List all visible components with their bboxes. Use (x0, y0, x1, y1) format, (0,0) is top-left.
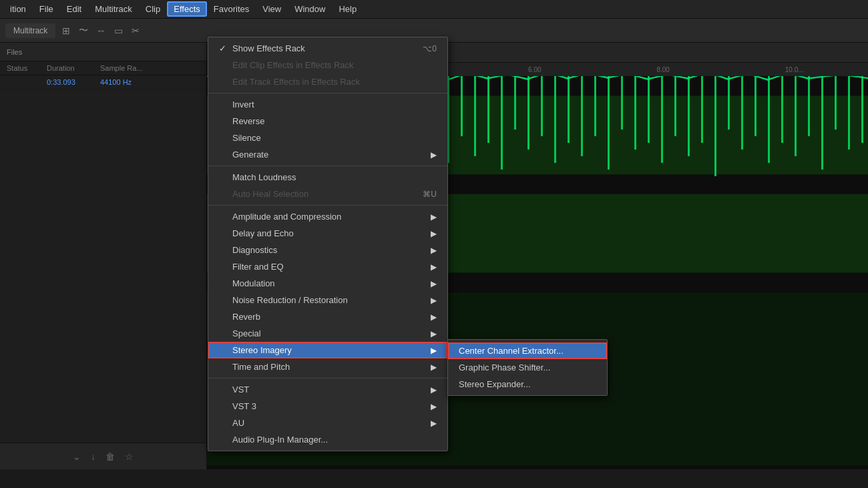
move-icon[interactable]: ↔ (94, 24, 107, 37)
menu-auto-heal: Auto Heal Selection ⌘U (208, 186, 447, 202)
menu-stereo-imagery[interactable]: Stereo Imagery ▶ Center Channel Extracto… (208, 342, 447, 358)
reverb-arrow: ▶ (417, 312, 437, 322)
menu-item-window[interactable]: Window (288, 1, 332, 17)
menu-vst3[interactable]: VST 3 ▶ (208, 398, 447, 415)
delay-echo-arrow: ▶ (417, 229, 437, 238)
svg-rect-55 (648, 76, 650, 143)
menu-item-view[interactable]: View (256, 1, 288, 17)
svg-rect-62 (741, 76, 743, 150)
silence-label: Silence (232, 133, 261, 143)
image-icon[interactable]: ⊞ (59, 24, 73, 37)
separator-1 (208, 93, 447, 93)
menu-show-effects-rack[interactable]: ✓ Show Effects Rack ⌥0 (208, 40, 447, 57)
svg-rect-43 (487, 76, 489, 143)
show-effects-rack-shortcut: ⌥0 (403, 44, 437, 53)
vst-arrow: ▶ (417, 385, 437, 395)
auto-heal-label: Auto Heal Selection (232, 189, 308, 199)
menu-amplitude[interactable]: Amplitude and Compression ▶ (208, 208, 447, 225)
svg-rect-64 (768, 76, 770, 163)
time-pitch-label: Time and Pitch (232, 362, 290, 372)
column-headers: Status Duration Sample Ra... (0, 61, 206, 75)
menu-reverb[interactable]: Reverb ▶ (208, 308, 447, 325)
noise-reduction-label: Noise Reduction / Restoration (232, 295, 348, 305)
diagnostics-arrow: ▶ (417, 246, 437, 255)
trash-icon[interactable]: 🗑 (105, 451, 115, 462)
menu-plugin-manager[interactable]: Audio Plug-In Manager... (208, 431, 447, 448)
menu-invert[interactable]: Invert (208, 96, 447, 113)
menu-vst[interactable]: VST ▶ (208, 381, 447, 398)
left-panel: Files Status Duration Sample Ra... 0:33.… (0, 43, 207, 469)
svg-rect-44 (501, 76, 503, 170)
timeline-mark-5: 10.0... (785, 66, 804, 73)
stereo-imagery-arrow: ▶ (417, 346, 437, 355)
file-list-item[interactable]: 0:33.093 44100 Hz (0, 75, 206, 89)
svg-rect-68 (821, 76, 823, 170)
panel-footer: ⌄ ↓ 🗑 ☆ (0, 443, 206, 469)
menu-time-pitch[interactable]: Time and Pitch ▶ (208, 358, 447, 375)
checkmark-icon: ✓ (219, 43, 230, 53)
submenu-graphic-phase[interactable]: Graphic Phase Shifter... (448, 359, 607, 376)
menu-item-favorites[interactable]: Favorites (207, 1, 256, 17)
menu-diagnostics[interactable]: Diagnostics ▶ (208, 242, 447, 258)
amplitude-arrow: ▶ (417, 212, 437, 222)
menu-silence[interactable]: Silence (208, 130, 447, 146)
menu-item-file[interactable]: File (33, 1, 60, 17)
svg-rect-71 (861, 76, 863, 143)
svg-rect-63 (754, 76, 756, 136)
stereo-expander-label: Stereo Expander... (459, 379, 531, 389)
edit-clip-effects-label: Edit Clip Effects in Effects Rack (232, 60, 354, 70)
panel-header-text: Files (7, 48, 22, 56)
menu-bar: ition File Edit Multitrack Clip Effects … (0, 0, 868, 19)
stereo-imagery-label: Stereo Imagery (232, 345, 292, 355)
center-channel-label: Center Channel Extractor... (459, 346, 564, 356)
separator-3 (208, 205, 447, 206)
svg-rect-52 (608, 76, 610, 170)
svg-rect-47 (541, 76, 543, 136)
svg-rect-46 (527, 76, 529, 150)
filter-eq-arrow: ▶ (417, 262, 437, 272)
menu-match-loudness[interactable]: Match Loudness (208, 169, 447, 186)
timeline-mark-3: 6.00 (528, 66, 541, 73)
menu-au[interactable]: AU ▶ (208, 415, 447, 431)
menu-item-edit[interactable]: Edit (60, 1, 88, 17)
file-duration: 0:33.093 (47, 78, 87, 86)
star-icon[interactable]: ☆ (125, 451, 134, 462)
submenu-center-channel[interactable]: Center Channel Extractor... (448, 342, 607, 359)
generate-label: Generate (232, 150, 268, 160)
svg-rect-48 (554, 76, 556, 163)
cut-icon[interactable]: ✂ (129, 24, 142, 37)
svg-rect-41 (461, 76, 463, 136)
menu-item-help[interactable]: Help (332, 1, 363, 17)
timeline-mark-4: 8.00 (656, 66, 669, 73)
menu-item-multitrack[interactable]: Multitrack (88, 1, 139, 17)
svg-rect-45 (514, 76, 516, 130)
select-icon[interactable]: ▭ (112, 24, 125, 37)
plugin-manager-label: Audio Plug-In Manager... (232, 435, 328, 445)
menu-filter-eq[interactable]: Filter and EQ ▶ (208, 258, 447, 275)
submenu-stereo-expander[interactable]: Stereo Expander... (448, 376, 607, 393)
invert-label: Invert (232, 99, 254, 109)
menu-delay-echo[interactable]: Delay and Echo ▶ (208, 225, 447, 242)
menu-item-clip[interactable]: Clip (139, 1, 167, 17)
auto-heal-shortcut: ⌘U (403, 190, 437, 199)
toolbar-multitrack-tab[interactable]: Multitrack (5, 23, 55, 38)
file-sample-rate: 44100 Hz (100, 78, 132, 86)
menu-generate[interactable]: Generate ▶ (208, 146, 447, 163)
menu-modulation[interactable]: Modulation ▶ (208, 275, 447, 292)
svg-rect-50 (581, 76, 583, 156)
menu-special[interactable]: Special ▶ (208, 325, 447, 342)
filter-eq-label: Filter and EQ (232, 262, 284, 272)
svg-rect-60 (714, 76, 716, 176)
svg-rect-49 (568, 76, 570, 143)
menu-item-effects[interactable]: Effects (167, 1, 207, 17)
menu-noise-reduction[interactable]: Noise Reduction / Restoration ▶ (208, 292, 447, 308)
edit-track-effects-label: Edit Track Effects in Effects Rack (232, 77, 360, 87)
menu-item-ition[interactable]: ition (3, 1, 33, 17)
separator-2 (208, 166, 447, 166)
chevron-down-icon[interactable]: ⌄ (73, 451, 81, 462)
waveform-icon[interactable]: 〜 (77, 24, 90, 37)
amplitude-label: Amplitude and Compression (232, 212, 341, 222)
download-icon[interactable]: ↓ (91, 451, 95, 462)
menu-reverse[interactable]: Reverse (208, 113, 447, 130)
svg-rect-58 (688, 76, 690, 156)
